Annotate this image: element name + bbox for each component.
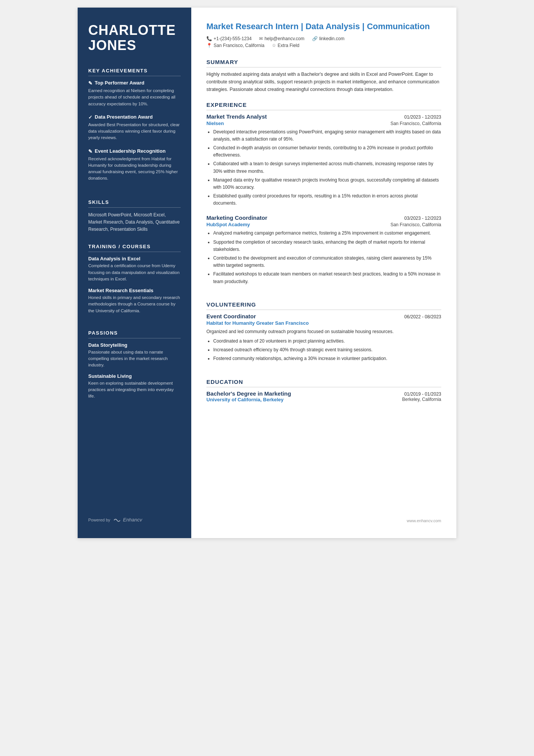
training-title: TRAINING / COURSES	[88, 244, 181, 252]
resume-container: CHARLOTTE JONES KEY ACHIEVEMENTS ✎ Top P…	[78, 8, 456, 538]
extra-field-contact: ☆ Extra Field	[272, 43, 299, 48]
bullet-item: Developed interactive presentations usin…	[213, 128, 441, 143]
location-icon: 📍	[206, 43, 212, 48]
vol-bullets: Coordinated a team of 20 volunteers in p…	[206, 338, 441, 363]
summary-text: Highly motivated aspiring data analyst w…	[206, 70, 441, 93]
bullet-item: Increased outreach efficiency by 40% thr…	[213, 346, 441, 354]
bullet-item: Contributed to the development and execu…	[213, 255, 441, 269]
edu-degree: Bachelor's Degree in Marketing	[206, 390, 291, 397]
training-item: Data Analysis in Excel Completed a certi…	[88, 256, 181, 282]
sidebar-footer: Powered by Enhancv	[88, 509, 181, 523]
bullet-item: Established quality control procedures f…	[213, 193, 441, 207]
name-block: CHARLOTTE JONES	[88, 23, 181, 53]
bullet-item: Coordinated a team of 20 volunteers in p…	[213, 338, 441, 345]
linkedin-icon: 🔗	[312, 36, 318, 41]
experience-entry: Market Trends Analyst 01/2023 - 12/2023 …	[206, 113, 441, 207]
education-title: EDUCATION	[206, 379, 441, 387]
main-footer: www.enhancv.com	[206, 511, 441, 523]
candidate-name: CHARLOTTE JONES	[88, 23, 181, 53]
main-header: Market Research Intern | Data Analysis |…	[206, 21, 441, 50]
pencil-icon: ✎	[88, 80, 92, 86]
check-icon: ✓	[88, 114, 92, 120]
bullet-item: Fostered community relationships, achiev…	[213, 355, 441, 362]
exp-date: 03/2023 - 12/2023	[404, 216, 441, 221]
experience-title: EXPERIENCE	[206, 102, 441, 110]
bullet-item: Collaborated with a team to design surve…	[213, 160, 441, 175]
email-contact: ✉ help@enhancv.com	[259, 36, 304, 41]
contact-row: 📞 +1-(234)-555-1234 ✉ help@enhancv.com 🔗…	[206, 36, 441, 41]
achievement-item: ✓ Data Presentation Award Awarded Best P…	[88, 114, 181, 141]
skills-text: Microsoft PowerPoint, Microsoft Excel, M…	[88, 211, 181, 233]
phone-contact: 📞 +1-(234)-555-1234	[206, 36, 251, 41]
exp-company: Nielsen	[206, 121, 224, 126]
passion-item: Sustainable Living Keen on exploring sus…	[88, 373, 181, 400]
contact-row-2: 📍 San Francisco, California ☆ Extra Fiel…	[206, 43, 441, 48]
education-section: EDUCATION Bachelor's Degree in Marketing…	[206, 379, 441, 402]
passions-section: PASSIONS Data Storytelling Passionate ab…	[88, 330, 181, 404]
summary-section: SUMMARY Highly motivated aspiring data a…	[206, 59, 441, 93]
enhancv-logo: Enhancv	[113, 517, 142, 523]
volunteering-section: VOLUNTEERING Event Coordinator 06/2022 -…	[206, 301, 441, 370]
education-entry: Bachelor's Degree in Marketing 01/2019 -…	[206, 390, 441, 402]
linkedin-contact: 🔗 linkedin.com	[312, 36, 345, 41]
vol-company: Habitat for Humanity Greater San Francis…	[206, 320, 309, 326]
bullet-item: Analyzed marketing campaign performance …	[213, 230, 441, 237]
sidebar: CHARLOTTE JONES KEY ACHIEVEMENTS ✎ Top P…	[78, 8, 191, 538]
vol-job-title: Event Coordinator	[206, 313, 256, 319]
exp-job-title: Marketing Coordinator	[206, 214, 267, 221]
exp-location: San Francisco, California	[390, 121, 441, 126]
summary-title: SUMMARY	[206, 59, 441, 67]
vol-date: 06/2022 - 08/2023	[404, 314, 441, 319]
exp-date: 01/2023 - 12/2023	[404, 114, 441, 120]
passions-title: PASSIONS	[88, 330, 181, 338]
phone-icon: 📞	[206, 36, 212, 41]
achievement-item: ✎ Event Leadership Recognition Received …	[88, 148, 181, 182]
exp-location: San Francisco, California	[390, 222, 441, 227]
experience-section: EXPERIENCE Market Trends Analyst 01/2023…	[206, 102, 441, 293]
edu-school: University of California, Berkeley	[206, 397, 284, 402]
achievement-item: ✎ Top Performer Award Earned recognition…	[88, 80, 181, 107]
vol-description: Organized and led community outreach pro…	[206, 328, 441, 335]
key-achievements-title: KEY ACHIEVEMENTS	[88, 68, 181, 76]
location-contact: 📍 San Francisco, California	[206, 43, 264, 48]
job-title: Market Research Intern | Data Analysis |…	[206, 21, 441, 32]
bullet-item: Managed data entry for qualitative resea…	[213, 177, 441, 191]
skills-title: SKILLS	[88, 199, 181, 208]
exp-bullets: Analyzed marketing campaign performance …	[206, 230, 441, 285]
star-icon: ☆	[272, 43, 276, 48]
main-content: Market Research Intern | Data Analysis |…	[191, 8, 456, 538]
volunteer-entry: Event Coordinator 06/2022 - 08/2023 Habi…	[206, 313, 441, 363]
email-icon: ✉	[259, 36, 263, 41]
volunteering-title: VOLUNTEERING	[206, 301, 441, 310]
edu-date: 01/2019 - 01/2023	[404, 391, 441, 397]
key-achievements-section: KEY ACHIEVEMENTS ✎ Top Performer Award E…	[88, 68, 181, 189]
experience-entry: Marketing Coordinator 03/2023 - 12/2023 …	[206, 214, 441, 285]
training-item: Market Research Essentials Honed skills …	[88, 288, 181, 314]
bullet-item: Supported the completion of secondary re…	[213, 239, 441, 253]
exp-bullets: Developed interactive presentations usin…	[206, 128, 441, 207]
edu-location: Berkeley, California	[402, 397, 441, 402]
pencil-icon: ✎	[88, 149, 92, 154]
bullet-item: Facilitated workshops to educate team me…	[213, 271, 441, 285]
exp-job-title: Market Trends Analyst	[206, 113, 267, 120]
passion-item: Data Storytelling Passionate about using…	[88, 342, 181, 369]
training-section: TRAINING / COURSES Data Analysis in Exce…	[88, 244, 181, 319]
bullet-item: Conducted in-depth analysis on consumer …	[213, 144, 441, 159]
exp-company: HubSpot Academy	[206, 222, 250, 227]
skills-section: SKILLS Microsoft PowerPoint, Microsoft E…	[88, 199, 181, 233]
